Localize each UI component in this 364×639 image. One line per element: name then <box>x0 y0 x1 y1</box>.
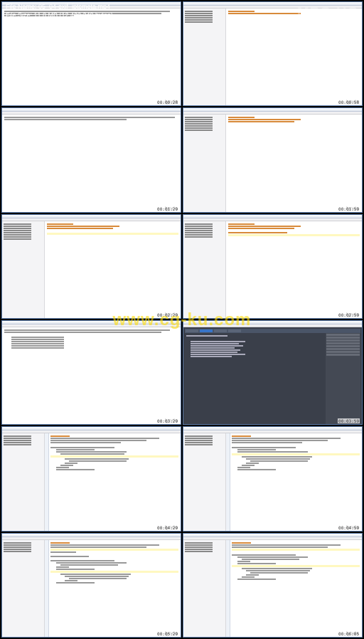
line-gutter <box>226 540 230 637</box>
line-gutter <box>45 433 49 530</box>
code-editor <box>226 540 362 637</box>
thumbnail[interactable]: lynda 00:04:29 <box>1 426 181 531</box>
thumbnail[interactable]: lynda 00:04:59 <box>183 426 363 531</box>
code-editor <box>45 433 181 530</box>
thumbnail[interactable]: lynda 00:01:59 <box>183 107 363 212</box>
duration-label: Duration: <box>6 28 32 35</box>
thumbnail[interactable]: lynda 00:02:29 <box>1 214 181 319</box>
ide-sidebar <box>183 433 226 530</box>
code-editor <box>226 221 362 318</box>
timestamp: 00:02:29 <box>156 312 178 317</box>
text-output-pane <box>2 115 181 211</box>
timestamp: 00:05:29 <box>156 631 178 636</box>
file-info-block: File Name: 05_04-exif_iptcmeta.mp4 File … <box>6 3 113 36</box>
ide-sidebar <box>183 540 226 637</box>
timestamp: 00:00:58 <box>338 100 360 105</box>
thumbnail[interactable]: lynda 00:01:29 <box>1 107 181 212</box>
thumbnail[interactable]: lynda 00:03:29 <box>1 320 181 425</box>
line-gutter <box>226 433 230 530</box>
timestamp: 00:02:59 <box>338 312 360 317</box>
timestamp: 00:01:59 <box>338 206 360 211</box>
ide-sidebar <box>183 115 226 211</box>
ide-sidebar <box>183 221 226 318</box>
timestamp: 00:03:29 <box>156 418 178 423</box>
thumbnail[interactable]: 00:03:59 <box>183 320 363 425</box>
thumbnail[interactable]: lynda 00:02:59 <box>183 214 363 319</box>
ide-sidebar <box>2 540 45 637</box>
text-output-pane <box>2 327 181 424</box>
docs-content <box>185 333 326 425</box>
filename-value: 05_04-exif_iptcmeta.mp4 <box>38 3 110 10</box>
timestamp: 00:01:29 <box>156 206 178 211</box>
code-editor <box>226 115 362 211</box>
timestamp: 00:06:05 <box>338 631 360 636</box>
file-info-overlay: File Name: 05_04-exif_iptcmeta.mp4 File … <box>0 0 364 39</box>
ide-sidebar <box>2 433 45 530</box>
timestamp: 00:04:29 <box>156 525 178 530</box>
filename-label: File Name: <box>6 3 37 10</box>
code-editor <box>45 540 181 637</box>
timestamp: 00:03:59 <box>338 418 360 423</box>
resolution-label: Resolution: <box>6 19 38 26</box>
timestamp: 00:04:59 <box>338 525 360 530</box>
timestamp: 00:00:28 <box>156 100 178 105</box>
duration-value: 00:06:18 <box>33 28 58 35</box>
resolution-value: 1280x720 <box>40 19 68 26</box>
filesize-value: 11,8 MB (12 432 348 bytes) <box>34 11 113 19</box>
code-editor <box>45 221 181 318</box>
line-gutter <box>45 540 49 637</box>
docs-sidebar <box>326 333 360 425</box>
ide-sidebar <box>2 221 45 318</box>
thumbnail-grid: lynda 00:00:28 lynda 00:00:58 lynda <box>0 0 364 639</box>
code-editor <box>226 433 362 530</box>
filesize-label: File Size: <box>6 11 32 19</box>
app-logo: MPC-HC <box>297 3 358 36</box>
thumbnail[interactable]: lynda 00:05:29 <box>1 533 181 638</box>
thumbnail[interactable]: lynda 00:06:05 <box>183 533 363 638</box>
docs-browser <box>183 327 362 425</box>
